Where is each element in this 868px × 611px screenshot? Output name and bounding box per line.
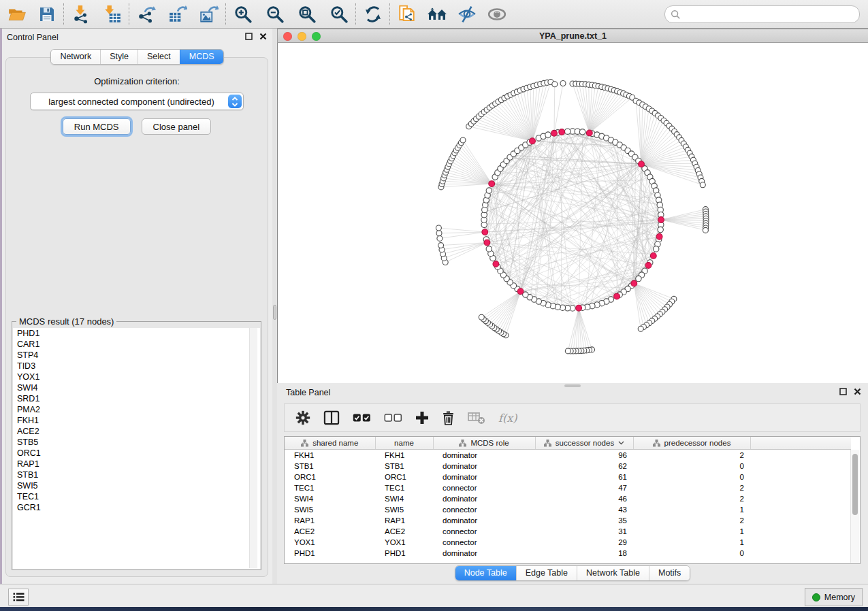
close-panel-button[interactable]: Close panel <box>142 118 212 135</box>
tab-edge-table[interactable]: Edge Table <box>516 566 577 580</box>
column-header-predecessor-nodes[interactable]: predecessor nodes <box>633 437 750 450</box>
network-leaf-node[interactable] <box>565 348 570 354</box>
cell-predecessor_nodes[interactable]: 1 <box>633 526 750 537</box>
float-panel-icon[interactable] <box>245 33 253 40</box>
cell-mcds_role[interactable]: connector <box>433 504 535 515</box>
mcds-result-item[interactable]: SRD1 <box>13 393 260 404</box>
save-session-icon[interactable] <box>35 3 59 26</box>
network-leaf-node[interactable] <box>436 225 441 231</box>
network-node-mcds[interactable] <box>576 305 582 311</box>
cell-shared_name[interactable]: FKH1 <box>285 450 375 461</box>
network-node-mcds[interactable] <box>482 229 488 235</box>
vertical-splitter[interactable] <box>272 29 277 584</box>
hide-details-eye-icon[interactable] <box>455 3 479 26</box>
column-header-shared-name[interactable]: shared name <box>285 437 375 450</box>
cell-mcds_role[interactable]: connector <box>433 482 535 493</box>
mcds-result-item[interactable]: TEC1 <box>13 491 260 502</box>
network-node[interactable] <box>486 246 492 252</box>
cell-predecessor_nodes[interactable]: 1 <box>633 504 750 515</box>
cell-successor_nodes[interactable]: 46 <box>535 493 633 504</box>
cell-predecessor_nodes[interactable]: 2 <box>633 515 750 526</box>
export-network-icon[interactable] <box>135 3 158 26</box>
cell-predecessor_nodes[interactable]: 2 <box>633 493 750 504</box>
network-node-mcds[interactable] <box>658 217 664 223</box>
select-all-checkboxes-icon[interactable] <box>353 413 371 423</box>
cell-name[interactable]: SWI4 <box>375 493 433 504</box>
cell-name[interactable]: SWI5 <box>375 504 433 515</box>
table-panel-drag-handle[interactable] <box>564 384 581 387</box>
export-table-icon[interactable] <box>166 3 189 26</box>
network-node[interactable] <box>565 129 570 134</box>
mcds-result-item[interactable]: PHD1 <box>13 328 260 339</box>
cell-shared_name[interactable]: YOX1 <box>285 537 375 548</box>
table-row[interactable]: SWI5SWI5connector431 <box>285 504 851 515</box>
close-panel-icon[interactable] <box>854 388 861 395</box>
column-header-mcds-role[interactable]: MCDS role <box>433 437 535 450</box>
tab-style[interactable]: Style <box>100 50 138 64</box>
import-network-icon[interactable] <box>69 3 93 26</box>
cell-predecessor_nodes[interactable]: 0 <box>633 461 750 472</box>
table-row[interactable]: ORC1ORC1dominator610 <box>285 472 851 482</box>
network-canvas[interactable] <box>277 43 868 384</box>
float-panel-icon[interactable] <box>839 388 847 395</box>
cell-name[interactable]: TEC1 <box>375 482 433 493</box>
zoom-in-icon[interactable] <box>231 3 255 26</box>
cell-successor_nodes[interactable]: 43 <box>535 504 633 515</box>
network-graph[interactable] <box>278 43 867 382</box>
network-leaf-node[interactable] <box>479 314 484 320</box>
table-row[interactable]: PHD1PHD1dominator180 <box>285 548 851 559</box>
cell-name[interactable]: YOX1 <box>375 537 433 548</box>
cell-predecessor_nodes[interactable]: 0 <box>633 472 750 482</box>
import-table-icon[interactable] <box>101 3 124 26</box>
open-session-share-icon[interactable] <box>396 3 419 26</box>
mcds-result-item[interactable]: PMA2 <box>13 404 260 415</box>
mcds-result-item[interactable]: STB1 <box>13 469 260 480</box>
deselect-all-checkboxes-icon[interactable] <box>384 413 402 423</box>
tab-mcds[interactable]: MCDS <box>180 50 223 64</box>
network-leaf-node[interactable] <box>560 81 566 86</box>
cell-successor_nodes[interactable]: 18 <box>535 548 633 559</box>
network-node-mcds[interactable] <box>517 288 524 295</box>
mcds-result-item[interactable]: GCR1 <box>13 502 260 513</box>
mcds-result-item[interactable]: STB5 <box>13 437 260 448</box>
network-node-mcds[interactable] <box>631 280 637 286</box>
mcds-result-item[interactable]: ACE2 <box>13 426 260 437</box>
refresh-view-icon[interactable] <box>361 3 385 26</box>
cell-mcds_role[interactable]: dominator <box>433 493 535 504</box>
mcds-result-item[interactable]: SWI4 <box>13 382 260 393</box>
mcds-result-item[interactable]: YOX1 <box>13 371 260 382</box>
table-row[interactable]: SWI4SWI4dominator462 <box>285 493 851 504</box>
show-columns-icon[interactable] <box>323 410 340 425</box>
cell-shared_name[interactable]: TEC1 <box>285 482 375 493</box>
network-node[interactable] <box>545 132 551 137</box>
network-node-mcds[interactable] <box>489 181 495 187</box>
cell-shared_name[interactable]: STB1 <box>285 461 375 472</box>
table-row[interactable]: ACE2ACE2connector311 <box>285 526 851 537</box>
table-row[interactable]: YOX1YOX1connector291 <box>285 537 851 548</box>
cell-predecessor_nodes[interactable]: 2 <box>633 450 750 461</box>
network-node-mcds[interactable] <box>645 263 652 269</box>
table-row[interactable]: FKH1FKH1dominator962 <box>285 450 851 461</box>
mcds-result-item[interactable]: CAR1 <box>13 339 260 350</box>
tab-select[interactable]: Select <box>138 50 180 64</box>
cell-mcds_role[interactable]: dominator <box>433 548 535 559</box>
cell-shared_name[interactable]: PHD1 <box>285 548 375 559</box>
zoom-out-icon[interactable] <box>263 3 287 26</box>
mcds-result-item[interactable]: TID3 <box>13 361 260 371</box>
network-leaf-node[interactable] <box>703 227 708 233</box>
mcds-result-item[interactable]: RAP1 <box>13 459 260 469</box>
network-titlebar[interactable]: YPA_prune.txt_1 <box>277 29 868 43</box>
zoom-selected-icon[interactable] <box>327 3 351 26</box>
cell-mcds_role[interactable]: connector <box>433 537 535 548</box>
network-node[interactable] <box>654 246 659 252</box>
zoom-fit-icon[interactable] <box>295 3 319 26</box>
mcds-result-item[interactable]: STP4 <box>13 350 260 361</box>
cell-name[interactable]: ORC1 <box>375 472 433 482</box>
network-node-mcds[interactable] <box>484 240 490 246</box>
cell-shared_name[interactable]: RAP1 <box>285 515 375 526</box>
network-leaf-node[interactable] <box>552 82 558 87</box>
cell-shared_name[interactable]: ACE2 <box>285 526 375 537</box>
cell-mcds_role[interactable]: dominator <box>433 461 535 472</box>
network-leaf-node[interactable] <box>438 243 444 248</box>
network-leaf-node[interactable] <box>436 231 442 236</box>
